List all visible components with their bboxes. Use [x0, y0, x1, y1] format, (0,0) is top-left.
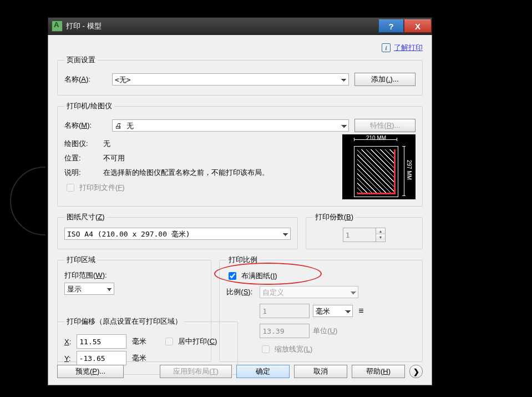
titlebar[interactable]: 打印 - 模型 ? X [48, 17, 432, 35]
scale-unit1-select[interactable]: 毫米 [313, 305, 353, 317]
scale-ratio-select[interactable]: 自定义 [260, 286, 358, 298]
expand-button[interactable]: ❯ [409, 365, 423, 378]
printer-name-label: 名称(M): [64, 120, 107, 130]
copies-spinner[interactable]: ▲▼ [343, 228, 386, 242]
chevron-right-icon: ❯ [413, 368, 419, 376]
plotter-label: 绘图仪: [64, 139, 98, 149]
offset-y-unit: 毫米 [132, 353, 146, 363]
printer-group: 打印机/绘图仪 名称(M): 🖨 无 特性(R)... 绘图仪:无 位置:不可用… [57, 101, 423, 207]
scale-unit2-label: 单位(U) [313, 326, 337, 336]
page-setup-group: 页面设置 名称(A): <无> 添加(.)... [57, 55, 423, 96]
where-value: 不可用 [103, 153, 125, 163]
plot-range-select[interactable]: 显示 [64, 283, 114, 295]
paper-size-group: 图纸尺寸(Z) ISO A4 (210.00 x 297.00 毫米) [57, 212, 298, 249]
apply-to-layout-button[interactable]: 应用到布局(T) [160, 365, 232, 378]
print-to-file-label: 打印到文件(F) [79, 183, 125, 193]
fit-to-paper-label: 布满图纸(I) [241, 271, 277, 281]
offset-x-input[interactable] [77, 334, 126, 349]
chevron-down-icon[interactable]: ▼ [376, 234, 385, 240]
chevron-up-icon[interactable]: ▲ [376, 228, 385, 234]
page-setup-name-select[interactable]: <无> [112, 73, 349, 86]
scale-value1-input[interactable] [260, 304, 310, 318]
page-setup-name-label: 名称(A): [64, 74, 107, 84]
dialog-footer: 预览(P)... 应用到布局(T) 确定 取消 帮助(H) ❯ [57, 365, 423, 378]
app-icon [52, 21, 63, 32]
question-icon: ? [388, 22, 393, 31]
offset-x-label: X: [64, 338, 71, 346]
ok-button[interactable]: 确定 [236, 365, 290, 378]
copies-input[interactable] [343, 228, 376, 242]
plot-area-legend: 打印区域 [64, 255, 98, 265]
scale-lineweights-checkbox[interactable] [262, 345, 270, 353]
cancel-button[interactable]: 取消 [294, 365, 347, 378]
offset-x-unit: 毫米 [132, 336, 146, 346]
desc-label: 说明: [64, 168, 98, 178]
printer-properties-button[interactable]: 特性(R)... [354, 119, 416, 132]
window-title: 打印 - 模型 [66, 21, 102, 31]
preview-button[interactable]: 预览(P)... [57, 365, 124, 378]
plot-scale-group: 打印比例 布满图纸(I) 比例(S): 自定义 毫米 ≡ [219, 255, 423, 362]
print-dialog: 打印 - 模型 ? X i 了解打印 页面设置 名称(A): <无> 添加(.)… [48, 17, 432, 384]
add-page-setup-button[interactable]: 添加(.)... [354, 73, 416, 86]
titlebar-help-button[interactable]: ? [378, 19, 404, 33]
copies-group: 打印份数(B) ▲▼ [306, 212, 423, 249]
help-button[interactable]: 帮助(H) [352, 365, 405, 378]
plot-range-label: 打印范围(W): [64, 270, 204, 280]
paper-height-dim: 297 MM [406, 160, 412, 180]
paper-width-dim: 210 MM [366, 135, 386, 141]
equals-icon: ≡ [358, 306, 363, 316]
copies-legend: 打印份数(B) [313, 212, 356, 222]
info-icon: i [382, 43, 391, 52]
desc-value: 在选择新的绘图仪配置名称之前，不能打印该布局。 [103, 168, 269, 178]
where-label: 位置: [64, 153, 98, 163]
offset-y-label: Y: [64, 354, 71, 363]
page-setup-legend: 页面设置 [64, 55, 98, 65]
print-to-file-checkbox[interactable] [67, 184, 74, 192]
center-plot-label: 居中打印(C) [178, 336, 217, 346]
printer-name-select[interactable]: 🖨 无 [112, 119, 349, 132]
paper-size-legend: 图纸尺寸(Z) [64, 212, 107, 222]
plot-offset-legend: 打印偏移（原点设置在可打印区域） [64, 316, 184, 326]
titlebar-close-button[interactable]: X [404, 19, 432, 33]
close-icon: X [415, 22, 420, 31]
offset-y-input[interactable] [77, 351, 126, 365]
printer-legend: 打印机/绘图仪 [64, 101, 114, 111]
plot-scale-legend: 打印比例 [226, 255, 260, 265]
fit-to-paper-checkbox[interactable] [229, 272, 236, 280]
scale-value2-input[interactable] [260, 324, 310, 338]
learn-print-link[interactable]: 了解打印 [394, 43, 423, 53]
paper-size-select[interactable]: ISO A4 (210.00 x 297.00 毫米) [64, 228, 291, 240]
dialog-body: i 了解打印 页面设置 名称(A): <无> 添加(.)... 打印机/绘图仪 … [48, 35, 432, 385]
plotter-value: 无 [103, 139, 110, 149]
paper-preview: 210 MM 297 MM [342, 134, 416, 199]
scale-lineweights-label: 缩放线宽(L) [275, 344, 312, 354]
center-plot-checkbox[interactable] [165, 338, 173, 345]
scale-ratio-label: 比例(S): [226, 287, 260, 297]
